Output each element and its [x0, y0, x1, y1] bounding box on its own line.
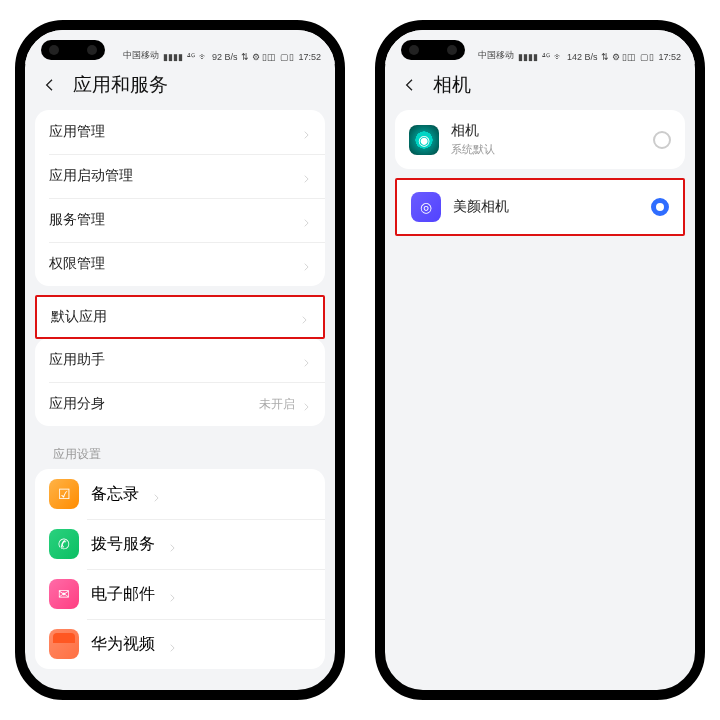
net-speed: 142 B/s	[567, 52, 598, 62]
app-row-email[interactable]: ✉ 电子邮件	[35, 569, 325, 619]
battery-icon: ▢▯	[280, 52, 294, 62]
status-icons: ⇅ ⚙ ▯◫	[601, 52, 636, 62]
chevron-right-icon	[151, 489, 161, 499]
status-icons: ⇅ ⚙ ▯◫	[241, 52, 276, 62]
camera-notch	[401, 40, 465, 60]
row-app-clone[interactable]: 应用分身 未开启	[35, 382, 325, 426]
video-icon	[49, 629, 79, 659]
page-title: 相机	[433, 72, 471, 98]
row-app-launch[interactable]: 应用启动管理	[35, 154, 325, 198]
carrier: 中国移动	[478, 49, 514, 62]
net-icon: ⁴ᴳ	[187, 52, 195, 62]
row-app-manage[interactable]: 应用管理	[35, 110, 325, 154]
camera-option-beauty-highlighted: ◎ 美颜相机	[395, 178, 685, 236]
clock: 17:52	[658, 52, 681, 62]
chevron-right-icon	[301, 215, 311, 225]
beauty-camera-icon: ◎	[411, 192, 441, 222]
option-camera[interactable]: ◉ 相机 系统默认	[395, 110, 685, 169]
settings-group-1: 应用管理 应用启动管理 服务管理 权限管理	[35, 110, 325, 286]
app-row-huawei-video[interactable]: 华为视频	[35, 619, 325, 669]
chevron-right-icon	[301, 259, 311, 269]
settings-content: 应用管理 应用启动管理 服务管理 权限管理 默认应用	[25, 110, 335, 690]
chevron-right-icon	[167, 539, 177, 549]
default-camera-content: ◉ 相机 系统默认 ◎ 美颜相机	[385, 110, 695, 690]
chevron-right-icon	[299, 312, 309, 322]
option-beauty-camera[interactable]: ◎ 美颜相机	[397, 180, 683, 234]
chevron-right-icon	[301, 399, 311, 409]
row-default-apps-highlighted[interactable]: 默认应用	[35, 295, 325, 339]
page-title: 应用和服务	[73, 72, 168, 98]
camera-notch	[41, 40, 105, 60]
carrier: 中国移动	[123, 49, 159, 62]
battery-icon: ▢▯	[640, 52, 654, 62]
chevron-right-icon	[167, 639, 177, 649]
row-service-manage[interactable]: 服务管理	[35, 198, 325, 242]
mail-icon: ✉	[49, 579, 79, 609]
chevron-right-icon	[167, 589, 177, 599]
phone-icon: ✆	[49, 529, 79, 559]
chevron-right-icon	[301, 171, 311, 181]
chevron-right-icon	[301, 355, 311, 365]
net-speed: 92 B/s	[212, 52, 238, 62]
radio-selected-icon[interactable]	[651, 198, 669, 216]
camera-icon: ◉	[409, 125, 439, 155]
signal-icon: ▮▮▮▮	[163, 52, 183, 62]
clock: 17:52	[298, 52, 321, 62]
phone-right: 中国移动 ▮▮▮▮ ⁴ᴳ ᯤ 142 B/s ⇅ ⚙ ▯◫ ▢▯ 17:52 相…	[375, 20, 705, 700]
wifi-icon: ᯤ	[554, 52, 563, 62]
phone-left: 中国移动 ▮▮▮▮ ⁴ᴳ ᯤ 92 B/s ⇅ ⚙ ▯◫ ▢▯ 17:52 应用…	[15, 20, 345, 700]
app-row-memo[interactable]: ☑ 备忘录	[35, 469, 325, 519]
row-permission-manage[interactable]: 权限管理	[35, 242, 325, 286]
chevron-right-icon	[301, 127, 311, 137]
camera-option-system: ◉ 相机 系统默认	[395, 110, 685, 169]
page-header: 应用和服务	[25, 64, 335, 110]
net-icon: ⁴ᴳ	[542, 52, 550, 62]
back-icon[interactable]	[401, 76, 419, 94]
radio-unselected-icon[interactable]	[653, 131, 671, 149]
app-row-dialer[interactable]: ✆ 拨号服务	[35, 519, 325, 569]
wifi-icon: ᯤ	[199, 52, 208, 62]
back-icon[interactable]	[41, 76, 59, 94]
signal-icon: ▮▮▮▮	[518, 52, 538, 62]
row-app-assistant[interactable]: 应用助手	[35, 338, 325, 382]
memo-icon: ☑	[49, 479, 79, 509]
settings-group-apps: ☑ 备忘录 ✆ 拨号服务 ✉ 电子邮件 华为视频	[35, 469, 325, 669]
clone-value: 未开启	[259, 396, 295, 413]
section-app-settings: 应用设置	[35, 436, 325, 469]
page-header: 相机	[385, 64, 695, 110]
settings-group-2: 应用助手 应用分身 未开启	[35, 338, 325, 426]
